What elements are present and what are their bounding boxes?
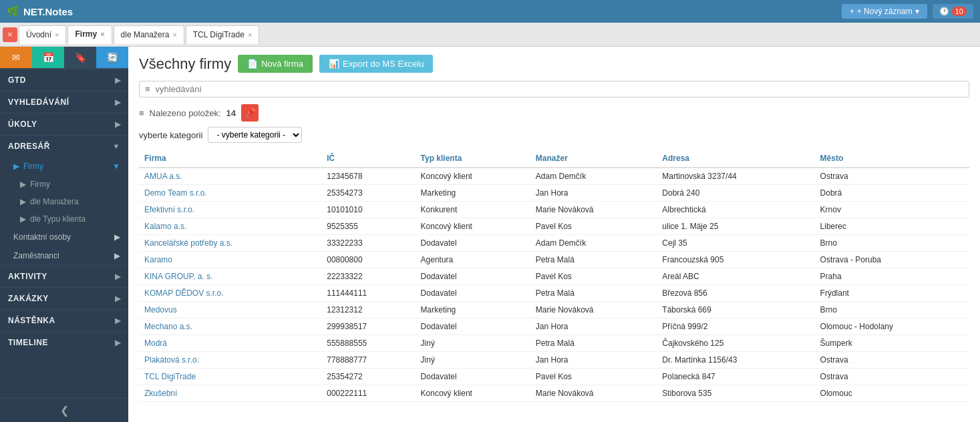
cell-firma: Demo Team s.r.o. bbox=[139, 185, 321, 202]
cell-mesto: Brno bbox=[815, 235, 969, 252]
table-row: Karamo 00800800 Agentura Petra Malá Fran… bbox=[139, 252, 969, 268]
app-name: NET.Notes bbox=[23, 6, 73, 17]
pin-icon: 📌 bbox=[244, 108, 256, 118]
firma-link[interactable]: KINA GROUP, a. s. bbox=[144, 272, 212, 281]
firma-link[interactable]: Medovus bbox=[144, 305, 177, 314]
chevron-down-icon: ▾ bbox=[915, 7, 919, 16]
export-button[interactable]: 📊 Export do MS Excelu bbox=[319, 55, 433, 73]
col-mesto[interactable]: Město bbox=[815, 150, 969, 168]
table-row: KINA GROUP, a. s. 22233322 Dodavatel Pav… bbox=[139, 268, 969, 285]
cell-mesto: Praha bbox=[815, 268, 969, 285]
cell-typ: Dodavatel bbox=[416, 319, 530, 335]
firma-link[interactable]: Plakátová s.r.o. bbox=[144, 355, 199, 365]
tab-dle-manazera[interactable]: dle Manažera × bbox=[114, 25, 184, 44]
results-bar: ≡ Nalezeno položek: 14 📌 bbox=[139, 104, 969, 122]
sidebar-dle-typu-klienta-label: dle Typu klienta bbox=[30, 214, 86, 224]
cell-ic: 25354273 bbox=[321, 185, 415, 202]
cell-ic: 000222111 bbox=[321, 385, 415, 402]
hamburger-icon: ≡ bbox=[145, 84, 150, 94]
sidebar-timeline-header[interactable]: TIMELINE ▶ bbox=[0, 332, 128, 353]
col-ic[interactable]: IČ bbox=[321, 150, 415, 168]
firma-link[interactable]: Karamo bbox=[144, 255, 172, 264]
col-manazer[interactable]: Manažer bbox=[530, 150, 657, 168]
tab-uvodni[interactable]: Úvodní × bbox=[19, 25, 66, 44]
sidebar-gtd-header[interactable]: GTD ▶ bbox=[0, 69, 128, 91]
sidebar-vyhledavani-header[interactable]: VYHLEDÁVÁNÍ ▶ bbox=[0, 91, 128, 113]
nova-firma-button[interactable]: 📄 Nová firma bbox=[238, 55, 313, 73]
col-adresa[interactable]: Adresa bbox=[657, 150, 814, 168]
table-row: TCL DigiTrade 25354272 Dodavatel Pavel K… bbox=[139, 369, 969, 385]
firma-link[interactable]: AMUA a.s. bbox=[144, 172, 182, 181]
search-bar: ≡ bbox=[139, 81, 969, 97]
cell-manazer: Jan Hora bbox=[530, 185, 657, 202]
refresh-icon-button[interactable]: 🔄 bbox=[96, 47, 128, 68]
firma-link[interactable]: Mechano a.s. bbox=[144, 322, 192, 331]
history-button[interactable]: 🕐 10 bbox=[933, 4, 973, 19]
new-record-button[interactable]: + + Nový záznam ▾ bbox=[842, 4, 927, 19]
table-row: Efektivní s.r.o. 10101010 Konkurent Mari… bbox=[139, 202, 969, 218]
col-firma[interactable]: Firma bbox=[139, 150, 321, 168]
cell-typ: Koncový klient bbox=[416, 168, 530, 185]
tab-tcl-digitrade[interactable]: TCL DigiTrade × bbox=[186, 25, 260, 44]
tab-uvodni-close[interactable]: × bbox=[55, 31, 59, 39]
cell-typ: Jiný bbox=[416, 352, 530, 369]
col-typ-klienta[interactable]: Typ klienta bbox=[416, 150, 530, 168]
cell-ic: 25354272 bbox=[321, 369, 415, 385]
cell-typ: Agentura bbox=[416, 252, 530, 268]
sidebar: ✉ 📅 🔖 🔄 GTD ▶ VYHLEDÁVÁNÍ ▶ ÚKOLY ▶ bbox=[0, 47, 128, 422]
topbar: 🌿 NET.Notes + + Nový záznam ▾ 🕐 10 bbox=[0, 0, 980, 23]
tab-close-x-button[interactable]: × bbox=[3, 27, 17, 42]
sidebar-adresar-header[interactable]: ADRESÁŘ ▼ bbox=[0, 136, 128, 157]
cell-adresa: Polanecká 847 bbox=[657, 369, 814, 385]
cell-mesto: Brno bbox=[815, 302, 969, 319]
pin-button[interactable]: 📌 bbox=[241, 104, 259, 122]
sidebar-subitem-dle-manazera[interactable]: ▶ dle Manažera bbox=[0, 193, 128, 210]
firma-link[interactable]: Zkušební bbox=[144, 389, 177, 398]
table-row: Plakátová s.r.o. 778888777 Jiný Jan Hora… bbox=[139, 352, 969, 369]
table-row: Zkušební 000222111 Koncový klient Marie … bbox=[139, 385, 969, 402]
firma-link[interactable]: Kalamo a.s. bbox=[144, 222, 186, 231]
cell-manazer: Adam Demčík bbox=[530, 168, 657, 185]
sidebar-item-firmy[interactable]: ▶ Firmy ▼ bbox=[0, 157, 128, 176]
tab-tcl-digitrade-close[interactable]: × bbox=[248, 31, 252, 39]
sidebar-subitem-firmy[interactable]: ▶ Firmy bbox=[0, 176, 128, 193]
tab-firmy[interactable]: Firmy × bbox=[67, 25, 112, 44]
cell-mesto: Olomouc - Hodolany bbox=[815, 319, 969, 335]
cell-typ: Jiný bbox=[416, 335, 530, 352]
cell-typ: Dodavatel bbox=[416, 369, 530, 385]
firma-link[interactable]: Efektivní s.r.o. bbox=[144, 205, 194, 214]
sidebar-nastenka-header[interactable]: NÁSTĚNKA ▶ bbox=[0, 310, 128, 331]
sidebar-collapse-button[interactable]: ❮ bbox=[0, 398, 128, 422]
bookmark-icon-button[interactable]: 🔖 bbox=[64, 47, 96, 68]
file-icon: 📄 bbox=[247, 59, 258, 69]
category-select[interactable]: - vyberte kategorii - bbox=[208, 127, 302, 143]
cell-firma: AMUA a.s. bbox=[139, 168, 321, 185]
cell-mesto: Ostrava - Poruba bbox=[815, 252, 969, 268]
cell-firma: KOMAP DĚDOV s.r.o. bbox=[139, 285, 321, 302]
sidebar-vyhledavani-label: VYHLEDÁVÁNÍ bbox=[8, 97, 69, 107]
chevron-right-icon: ▶ bbox=[115, 294, 121, 303]
sidebar-item-zamestnanci[interactable]: Zaměstnanci ▶ bbox=[0, 246, 128, 265]
sidebar-item-kontaktni-osoby[interactable]: Kontaktní osoby ▶ bbox=[0, 228, 128, 246]
cell-mesto: Olomouc bbox=[815, 385, 969, 402]
calendar-icon-button[interactable]: 📅 bbox=[32, 47, 64, 68]
cell-mesto: Liberec bbox=[815, 218, 969, 235]
email-icon-button[interactable]: ✉ bbox=[0, 47, 32, 68]
sidebar-zakazky-header[interactable]: ZAKÁZKY ▶ bbox=[0, 288, 128, 309]
sidebar-ukoly-header[interactable]: ÚKOLY ▶ bbox=[0, 114, 128, 135]
tab-firmy-close[interactable]: × bbox=[100, 30, 104, 38]
firma-link[interactable]: TCL DigiTrade bbox=[144, 372, 196, 381]
cell-ic: 33322233 bbox=[321, 235, 415, 252]
firma-link[interactable]: Demo Team s.r.o. bbox=[144, 188, 207, 198]
firma-link[interactable]: Kancelářské potřeby a.s. bbox=[144, 238, 232, 248]
firma-link[interactable]: Modrá bbox=[144, 339, 167, 348]
app-logo: 🌿 NET.Notes bbox=[7, 5, 73, 17]
cell-firma: Mechano a.s. bbox=[139, 319, 321, 335]
page-title: Všechny firmy bbox=[139, 55, 231, 73]
sidebar-subitem-dle-typu-klienta[interactable]: ▶ dle Typu klienta bbox=[0, 210, 128, 228]
firma-link[interactable]: KOMAP DĚDOV s.r.o. bbox=[144, 288, 223, 298]
search-input[interactable] bbox=[156, 84, 963, 94]
sidebar-aktivity-header[interactable]: AKTIVITY ▶ bbox=[0, 266, 128, 287]
cell-manazer: Marie Nováková bbox=[530, 385, 657, 402]
tab-dle-manazera-close[interactable]: × bbox=[172, 31, 176, 39]
